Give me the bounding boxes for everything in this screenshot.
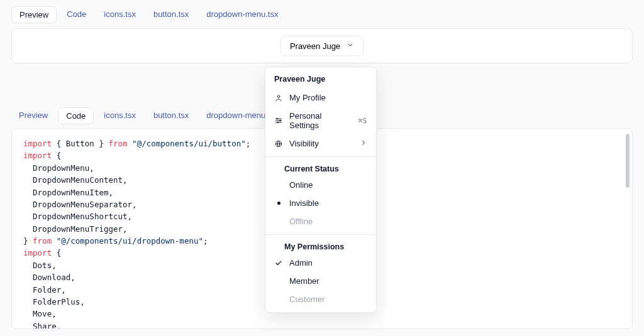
tabs2-tab-preview[interactable]: Preview (11, 107, 55, 124)
group-label-permissions: My Permissions (265, 239, 376, 254)
tabs1-tab-code[interactable]: Code (59, 6, 94, 23)
dropdown-header: Praveen Juge (265, 71, 376, 89)
tabs2-tab-button-tsx[interactable]: button.tsx (146, 107, 196, 124)
menu-item-profile[interactable]: My Profile (265, 89, 376, 107)
menu-item-label: Visibility (289, 139, 319, 148)
tabs-1: PreviewCodeicons.tsxbutton.tsxdropdown-m… (0, 0, 644, 28)
tabs1-tab-icons-tsx[interactable]: icons.tsx (96, 6, 143, 23)
dropdown-trigger-label: Praveen Juge (290, 41, 340, 51)
globe-icon (274, 139, 283, 148)
menu-item-settings[interactable]: Personal Settings ⌘S (265, 107, 376, 134)
svg-point-0 (277, 95, 280, 97)
menu-item-label: My Profile (289, 93, 326, 102)
radio-indicator (274, 202, 283, 205)
sliders-icon (274, 116, 283, 125)
dropdown-separator (265, 156, 376, 157)
tabs1-tab-dropdown-menu-tsx[interactable]: dropdown-menu.tsx (199, 6, 286, 23)
option-label: Invisible (289, 198, 319, 208)
chevron-down-icon (347, 41, 354, 51)
status-option-online[interactable]: Online (265, 176, 376, 194)
option-label: Online (289, 180, 313, 190)
option-label: Customer (289, 295, 325, 304)
scrollbar-thumb[interactable] (626, 134, 630, 188)
chevron-right-icon (360, 139, 367, 148)
menu-item-shortcut: ⌘S (358, 117, 367, 125)
option-label: Member (289, 276, 319, 286)
status-option-invisible[interactable]: Invisible (265, 194, 376, 212)
menu-item-visibility[interactable]: Visibility (265, 134, 376, 153)
tabs2-tab-icons-tsx[interactable]: icons.tsx (96, 107, 143, 124)
dropdown-trigger-button[interactable]: Praveen Juge (280, 36, 364, 57)
permission-option-member[interactable]: Member (265, 272, 376, 290)
tabs2-tab-code[interactable]: Code (58, 107, 94, 124)
user-icon (274, 94, 283, 102)
dropdown-menu: Praveen Juge My Profile Personal Setting… (265, 67, 377, 313)
check-indicator (274, 259, 283, 267)
scrollbar-track[interactable] (626, 134, 630, 323)
tabs1-tab-button-tsx[interactable]: button.tsx (146, 6, 196, 23)
menu-item-label: Personal Settings (289, 111, 352, 130)
status-option-offline: Offline (265, 212, 376, 230)
preview-panel: Praveen Juge (11, 28, 633, 63)
permission-option-admin[interactable]: Admin (265, 254, 376, 272)
tabs1-tab-preview[interactable]: Preview (11, 6, 57, 23)
option-label: Offline (289, 217, 313, 226)
permission-option-customer: Customer (265, 290, 376, 308)
group-label-status: Current Status (265, 161, 376, 176)
option-label: Admin (289, 258, 313, 268)
dropdown-separator (265, 234, 376, 235)
